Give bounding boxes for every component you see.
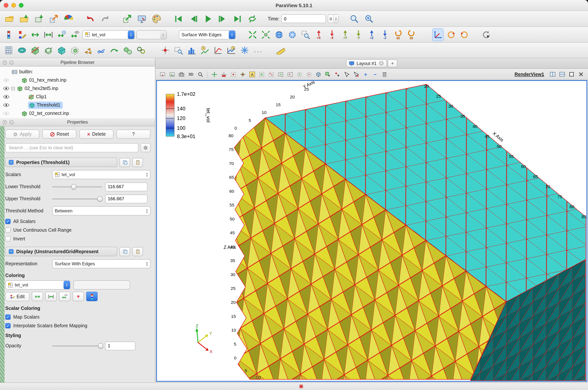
- select-frustum-points-button[interactable]: [286, 70, 294, 78]
- hover-points-button[interactable]: [352, 70, 360, 78]
- spin-arrows-icon[interactable]: ▲▼: [333, 15, 338, 23]
- set-view-minus-y-button[interactable]: -Y: [353, 28, 364, 41]
- calculator-filter-button[interactable]: [3, 44, 14, 57]
- rescale-visible-range-button[interactable]: [69, 28, 81, 41]
- dock-float-icon[interactable]: ◻: [9, 60, 14, 64]
- export-scene-button[interactable]: [47, 12, 60, 25]
- extract-subset-button[interactable]: [69, 44, 81, 57]
- color-legend[interactable]: tet_vol 1.7e+021401201008.3e+01: [166, 91, 211, 139]
- plot-over-line-button[interactable]: [213, 44, 224, 57]
- ruler-button[interactable]: [275, 44, 286, 57]
- vcr-first-frame-button[interactable]: [172, 12, 185, 25]
- rescale-custom-panel-button[interactable]: [45, 292, 57, 301]
- show-color-legend-button[interactable]: [86, 292, 98, 301]
- slider-knob[interactable]: [98, 343, 104, 348]
- add-layout-tab[interactable]: +: [388, 59, 397, 67]
- pipeline-item-hex2tet5[interactable]: − 02_hex2tet5.inp: [0, 84, 155, 93]
- paste-properties-button[interactable]: [132, 158, 143, 167]
- glyph-filter-button[interactable]: [82, 44, 94, 57]
- edit-colormap-panel-button[interactable]: Edit: [5, 292, 30, 301]
- stream-tracer-button[interactable]: [96, 44, 107, 57]
- slider-knob[interactable]: [97, 196, 103, 201]
- warp-by-vector-button[interactable]: [109, 44, 120, 57]
- copy-properties-button[interactable]: [119, 158, 130, 167]
- zoom-closest-to-data-button[interactable]: [287, 28, 298, 41]
- pipeline-item-threshold1[interactable]: Threshold1: [0, 101, 155, 109]
- zoom-to-data-button[interactable]: [260, 28, 271, 41]
- load-palette-button[interactable]: [62, 12, 75, 25]
- contour-filter-button[interactable]: [16, 44, 28, 57]
- slice-filter-button[interactable]: [43, 44, 54, 57]
- open-file-button[interactable]: [3, 12, 16, 25]
- rescale-visible-panel-button[interactable]: [59, 292, 70, 301]
- representation-panel-combo[interactable]: Surface With Edges ▲▼: [52, 259, 151, 268]
- programmable-filter-button[interactable]: {...}: [252, 44, 264, 57]
- dock-close-icon[interactable]: ✕: [3, 120, 7, 124]
- apply-button[interactable]: Apply: [5, 130, 39, 139]
- threshold-filter-button[interactable]: [56, 44, 67, 57]
- set-view-minus-z-button[interactable]: -Z: [379, 28, 391, 41]
- reset-center-button[interactable]: [239, 70, 247, 78]
- zoom-magnifier-button[interactable]: [348, 12, 361, 25]
- search-options-button[interactable]: [141, 143, 151, 152]
- vcr-last-frame-button[interactable]: [231, 12, 244, 25]
- reset-camera-button[interactable]: [247, 28, 258, 41]
- connectivity-filter-button[interactable]: [135, 44, 147, 57]
- plot-selection-over-time-button[interactable]: [226, 44, 237, 57]
- export-view-button[interactable]: [159, 70, 167, 78]
- combo-stepper-icon[interactable]: ▲▼: [63, 281, 70, 289]
- color-palette-button[interactable]: [150, 12, 163, 25]
- vcr-play-button[interactable]: [202, 12, 214, 25]
- opacity-slider[interactable]: [52, 343, 102, 349]
- camera-undo-button[interactable]: [121, 12, 133, 25]
- upper-threshold-slider[interactable]: [52, 196, 102, 202]
- interpolate-scalars-checkbox[interactable]: ✓: [5, 323, 11, 328]
- rotate-90-counterclockwise-button[interactable]: 90: [406, 28, 417, 41]
- component-combo[interactable]: ▲▼: [137, 30, 167, 39]
- set-view-plus-y-button[interactable]: +Y: [340, 28, 351, 41]
- help-button[interactable]: ?: [116, 130, 151, 139]
- hover-cells-button[interactable]: [343, 70, 351, 78]
- probe-location-button[interactable]: [160, 44, 171, 57]
- save-screenshot-button[interactable]: [33, 12, 45, 25]
- collapse-section-icon[interactable]: −: [9, 249, 14, 254]
- reset-camera-closest-button[interactable]: [273, 28, 285, 41]
- select-polygon-points-button[interactable]: [305, 70, 313, 78]
- coloring-array-combo[interactable]: tet_vol ▲▼: [5, 280, 70, 290]
- all-scalars-checkbox[interactable]: ✓: [5, 219, 11, 224]
- set-view-plus-z-button[interactable]: +Z: [366, 28, 377, 41]
- toggle-3d-button[interactable]: 3D: [187, 70, 195, 78]
- vcr-previous-frame-button[interactable]: [187, 12, 200, 25]
- pipeline-item-clip1[interactable]: Clip1: [0, 93, 155, 101]
- tree-collapse-icon[interactable]: −: [11, 87, 15, 90]
- vcr-next-frame-button[interactable]: [216, 12, 229, 25]
- pipeline-item-builtin[interactable]: builtin:: [0, 68, 155, 76]
- interactive-select-cells-button[interactable]: [324, 70, 332, 78]
- invert-checkbox[interactable]: [5, 236, 11, 242]
- choose-preset-button[interactable]: ♥: [73, 292, 84, 301]
- render-viewport[interactable]: Y Axis X Axis Z Axis 2025303540455055606…: [156, 80, 587, 382]
- pipeline-item-tet-connect[interactable]: 02_tet_connect.inp: [0, 109, 155, 118]
- show-center-axes-button[interactable]: [210, 70, 218, 78]
- combo-stepper-icon[interactable]: ▲▼: [128, 30, 134, 39]
- undo-button[interactable]: [84, 12, 97, 25]
- clear-annotations-button[interactable]: [380, 70, 389, 78]
- zoom-to-box-button[interactable]: [300, 28, 311, 41]
- rotate-view-counterclockwise-button[interactable]: [459, 28, 470, 41]
- rescale-to-custom-range-button[interactable]: [43, 28, 54, 41]
- split-vertical-button[interactable]: [558, 70, 566, 78]
- scalars-combo[interactable]: tet_vol ▲▼: [52, 170, 151, 179]
- copy-display-button[interactable]: [119, 247, 130, 256]
- collapse-section-icon[interactable]: −: [9, 160, 14, 165]
- coloring-component-combo[interactable]: [73, 280, 130, 290]
- opacity-field[interactable]: [105, 341, 135, 350]
- display-section-header[interactable]: −Display (UnstructuredGridRepresent: [5, 247, 117, 256]
- delete-button[interactable]: ×Delete: [79, 130, 113, 139]
- temporal-interpolator-button[interactable]: [239, 44, 250, 57]
- rotate-90-clockwise-button[interactable]: 90: [392, 28, 404, 41]
- clip-filter-button[interactable]: [30, 44, 41, 57]
- rescale-data-panel-button[interactable]: [32, 292, 43, 301]
- use-continuous-cell-range-checkbox[interactable]: [5, 228, 11, 233]
- reset-session-button[interactable]: [481, 28, 492, 41]
- group-datasets-button[interactable]: [122, 44, 133, 57]
